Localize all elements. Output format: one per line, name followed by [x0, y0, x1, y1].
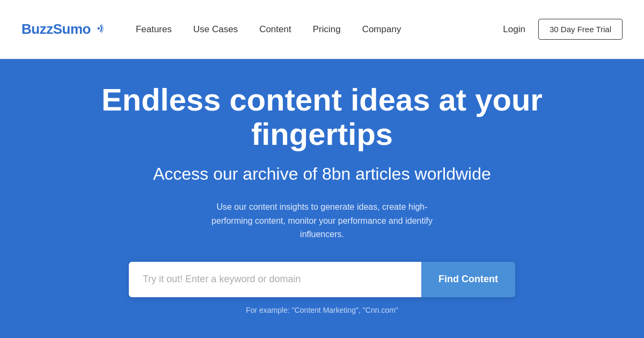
trial-button[interactable]: 30 Day Free Trial [538, 19, 623, 40]
svg-point-0 [97, 27, 100, 30]
hero-description: Use our content insights to generate ide… [209, 200, 435, 241]
main-nav: Features Use Cases Content Pricing Compa… [136, 24, 503, 35]
nav-item-features[interactable]: Features [136, 24, 172, 35]
header: BuzzSumo Features Use Cases Content Pric… [0, 0, 644, 59]
login-link[interactable]: Login [503, 24, 525, 35]
hero-subtitle: Access our archive of 8bn articles world… [153, 163, 491, 186]
search-example-text: For example: "Content Marketing", "Cnn.c… [246, 306, 398, 314]
nav-item-use-cases[interactable]: Use Cases [193, 24, 238, 35]
hero-title: Endless content ideas at your fingertips [80, 83, 564, 151]
nav-item-company[interactable]: Company [362, 24, 401, 35]
nav-item-pricing[interactable]: Pricing [313, 24, 341, 35]
search-container: Find Content [129, 262, 515, 297]
hero-section: Endless content ideas at your fingertips… [0, 59, 644, 338]
logo-signal-icon [92, 24, 104, 33]
search-input[interactable] [129, 262, 421, 297]
logo[interactable]: BuzzSumo [21, 21, 104, 38]
logo-text: BuzzSumo [21, 21, 91, 38]
nav-item-content[interactable]: Content [259, 24, 291, 35]
find-content-button[interactable]: Find Content [421, 262, 515, 297]
header-actions: Login 30 Day Free Trial [503, 19, 623, 40]
